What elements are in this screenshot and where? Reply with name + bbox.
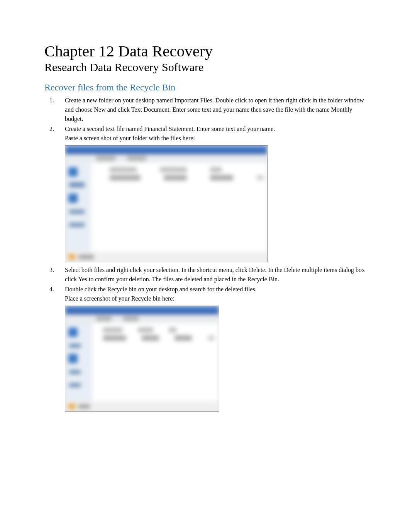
screenshot-placeholder [65,306,366,412]
list-text: Create a second text file named Financia… [65,124,366,134]
instructions-list: 1. Create a new folder on your desktop n… [44,96,366,412]
list-text: Create a new folder on your desktop name… [65,96,366,124]
list-item: 3. Select both files and right click you… [65,265,366,284]
page-subtitle: Research Data Recovery Software [44,61,366,74]
folder-icon [68,254,75,260]
status-bar [65,252,267,262]
explorer-screenshot [65,145,268,262]
table-row [95,335,216,342]
list-number: 3. [49,265,54,275]
folder-icon [68,404,75,409]
list-item: 1. Create a new folder on your desktop n… [65,96,366,124]
page-title: Chapter 12 Data Recovery [44,42,366,60]
list-number: 2. [49,124,54,134]
list-item: 4. Double click the Recycle bin on your … [65,285,366,412]
file-list [91,163,267,252]
list-number: 1. [49,96,54,105]
screenshot-placeholder [65,145,366,262]
file-list [92,323,219,401]
list-number: 4. [49,285,54,294]
list-text: Select both files and right click your s… [65,265,366,284]
sidebar [65,323,92,401]
sidebar [65,163,91,252]
toolbar [65,154,267,163]
toolbar [65,314,219,323]
status-bar [65,401,219,411]
titlebar [65,146,267,154]
list-item: 2. Create a second text file named Finan… [65,124,366,262]
section-heading: Recover files from the Recycle Bin [44,82,366,93]
recycle-bin-screenshot [65,306,219,412]
table-row [94,174,264,181]
list-caption: Place a screenshot of your Recycle bin h… [65,294,366,303]
list-text: Double click the Recycle bin on your des… [65,285,366,294]
list-caption: Paste a screen shot of your folder with … [65,134,366,143]
titlebar [65,306,219,314]
